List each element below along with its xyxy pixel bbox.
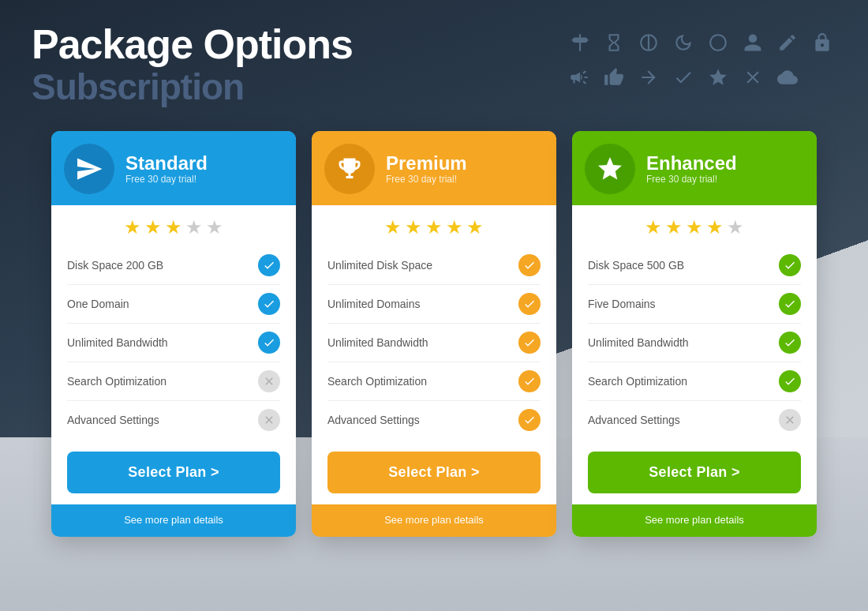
feature-label: Search Optimization <box>327 375 427 388</box>
close-icon <box>739 63 767 92</box>
feature-row: Disk Space 500 GB <box>588 246 801 285</box>
plan-footer-standard[interactable]: See more plan details <box>51 504 296 537</box>
plan-header-enhanced: EnhancedFree 30 day trial! <box>572 131 817 205</box>
star-filled: ★ <box>384 216 402 238</box>
star-filled: ★ <box>645 216 662 238</box>
thumbsup-icon <box>600 63 628 92</box>
star-empty: ★ <box>206 216 223 238</box>
plan-footer-premium[interactable]: See more plan details <box>312 504 556 537</box>
plans-container: StandardFree 30 day trial!★★★★★Disk Spac… <box>0 115 868 537</box>
feature-row: Search Optimization <box>588 362 801 401</box>
star-empty: ★ <box>185 216 203 238</box>
feature-label: Search Optimization <box>67 375 166 388</box>
rocket-icon <box>669 28 698 57</box>
star-icon <box>704 63 732 92</box>
check-active-icon <box>779 293 801 315</box>
plan-icon-premium <box>324 144 375 194</box>
hourglass-icon <box>600 28 628 57</box>
star-empty: ★ <box>727 216 744 238</box>
check-disabled-icon <box>258 409 280 431</box>
check-active-icon <box>258 332 280 354</box>
plan-card-standard: StandardFree 30 day trial!★★★★★Disk Spac… <box>51 131 296 537</box>
check-active-icon <box>518 332 541 354</box>
plan-name-standard: Standard <box>125 153 283 174</box>
check-active-icon <box>518 254 541 276</box>
feature-label: Disk Space 200 GB <box>67 259 163 272</box>
feature-row: Unlimited Bandwidth <box>67 324 280 362</box>
feature-row: Unlimited Domains <box>327 285 541 324</box>
stars-enhanced: ★★★★★ <box>572 205 817 246</box>
globe-icon <box>634 28 663 57</box>
person-icon <box>739 28 767 57</box>
plan-header-standard: StandardFree 30 day trial! <box>51 131 296 205</box>
check-active-icon <box>779 332 801 354</box>
plan-name-enhanced: Enhanced <box>646 153 804 174</box>
feature-label: Five Domains <box>588 298 656 310</box>
select-plan-button-premium[interactable]: Select Plan > <box>327 452 541 493</box>
check-active-icon <box>518 293 541 315</box>
megaphone-icon <box>565 63 593 92</box>
check-disabled-icon <box>779 409 801 431</box>
feature-row: Search Optimization <box>67 362 280 401</box>
plan-trial-premium: Free 30 day trial! <box>386 174 544 185</box>
plan-footer-enhanced[interactable]: See more plan details <box>572 504 817 537</box>
feature-label: Unlimited Domains <box>327 298 420 310</box>
feature-label: One Domain <box>67 298 129 310</box>
lock-icon <box>808 28 836 57</box>
select-plan-button-standard[interactable]: Select Plan > <box>67 452 280 493</box>
signpost-icon <box>565 28 593 57</box>
check-active-icon <box>518 370 541 392</box>
feature-row: Five Domains <box>588 285 801 324</box>
check-active-icon <box>779 370 801 392</box>
stars-standard: ★★★★★ <box>51 205 296 246</box>
feature-row: Advanced Settings <box>67 401 280 439</box>
star-filled: ★ <box>466 216 484 238</box>
star-filled: ★ <box>706 216 724 238</box>
star-filled: ★ <box>686 216 703 238</box>
header: Package Options Subscription <box>0 0 868 115</box>
plan-icon-standard <box>64 144 114 194</box>
plan-icon-enhanced <box>585 144 635 194</box>
feature-label: Unlimited Bandwidth <box>588 336 689 349</box>
star-filled: ★ <box>446 216 463 238</box>
plan-card-premium: PremiumFree 30 day trial!★★★★★Unlimited … <box>312 131 556 537</box>
stars-premium: ★★★★★ <box>312 205 556 246</box>
arrow-icon <box>634 63 663 92</box>
feature-row: Disk Space 200 GB <box>67 246 280 285</box>
star-filled: ★ <box>124 216 141 238</box>
cloud-icon <box>773 63 802 92</box>
star-filled: ★ <box>144 216 162 238</box>
features-list-enhanced: Disk Space 500 GBFive DomainsUnlimited B… <box>572 246 817 439</box>
feature-row: Search Optimization <box>327 362 541 401</box>
feature-label: Unlimited Bandwidth <box>67 336 168 349</box>
plan-title-block-enhanced: EnhancedFree 30 day trial! <box>646 153 804 185</box>
check-active-icon <box>258 254 280 276</box>
feature-label: Search Optimization <box>588 375 687 388</box>
plan-card-enhanced: EnhancedFree 30 day trial!★★★★★Disk Spac… <box>572 131 817 537</box>
feature-label: Advanced Settings <box>588 414 680 426</box>
star-filled: ★ <box>405 216 422 238</box>
check-active-icon <box>258 293 280 315</box>
checkmark-icon <box>669 63 698 92</box>
title-block: Package Options Subscription <box>32 22 353 107</box>
star-filled: ★ <box>665 216 683 238</box>
select-plan-button-enhanced[interactable]: Select Plan > <box>588 452 801 493</box>
feature-row: Unlimited Disk Space <box>327 246 541 285</box>
feature-row: Unlimited Bandwidth <box>327 324 541 362</box>
star-filled: ★ <box>165 216 182 238</box>
feature-row: Unlimited Bandwidth <box>588 324 801 362</box>
feature-label: Advanced Settings <box>327 414 420 426</box>
feature-label: Unlimited Disk Space <box>327 259 432 272</box>
page-title-main: Package Options <box>32 22 353 67</box>
plan-title-block-standard: StandardFree 30 day trial! <box>125 153 283 185</box>
decorative-icons <box>565 28 836 92</box>
plan-header-premium: PremiumFree 30 day trial! <box>312 131 556 205</box>
check-active-icon <box>518 409 541 431</box>
feature-label: Disk Space 500 GB <box>588 259 684 272</box>
features-list-premium: Unlimited Disk SpaceUnlimited DomainsUnl… <box>312 246 556 439</box>
page-title-sub: Subscription <box>32 67 353 107</box>
feature-row: Advanced Settings <box>327 401 541 439</box>
features-list-standard: Disk Space 200 GBOne DomainUnlimited Ban… <box>51 246 296 439</box>
earth-icon <box>704 28 732 57</box>
plan-trial-enhanced: Free 30 day trial! <box>646 174 804 185</box>
